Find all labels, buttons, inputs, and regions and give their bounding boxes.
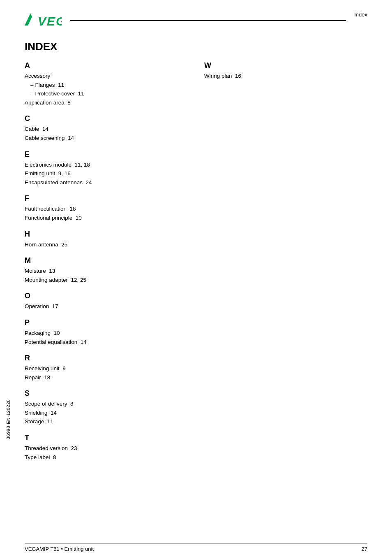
- section-c: C Cable 14 Cable screening 14: [25, 114, 188, 142]
- letter-e: E: [25, 150, 188, 159]
- header-divider-line: [70, 20, 346, 21]
- letter-h: H: [25, 230, 188, 239]
- entry-storage: Storage 11: [25, 417, 188, 426]
- section-w: W Wiring plan 16: [204, 61, 367, 81]
- entry-potential-equalisation: Potential equalisation 14: [25, 338, 188, 347]
- section-f: F Fault rectification 18 Functional prin…: [25, 194, 188, 222]
- letter-s: S: [25, 389, 188, 398]
- entry-cable-screening: Cable screening 14: [25, 134, 188, 143]
- section-a: A Accessory –Flanges 11 –Protective cove…: [25, 61, 188, 107]
- letter-w: W: [204, 61, 367, 70]
- section-t: T Threaded version 23 Type label 8: [25, 434, 188, 462]
- entry-emitting-unit: Emitting unit 9, 16: [25, 169, 188, 178]
- entry-accessory: Accessory: [25, 72, 188, 81]
- header-right: Index: [354, 10, 367, 18]
- entry-type-label: Type label 8: [25, 453, 188, 462]
- index-label: Index: [354, 12, 367, 18]
- vega-logo: VEGA: [25, 10, 62, 28]
- two-column-layout: A Accessory –Flanges 11 –Protective cove…: [25, 61, 367, 469]
- right-column: W Wiring plan 16: [204, 61, 367, 469]
- letter-f: F: [25, 194, 188, 203]
- svg-text:VEGA: VEGA: [38, 14, 62, 28]
- footer-page-number: 27: [362, 546, 367, 552]
- entry-operation: Operation 17: [25, 302, 188, 311]
- entry-functional-principle: Functional principle 10: [25, 214, 188, 223]
- logo-area: VEGA: [25, 10, 62, 28]
- entry-moisture: Moisture 13: [25, 267, 188, 276]
- entry-application-area: Application area 8: [25, 98, 188, 107]
- entry-shielding: Shielding 14: [25, 408, 188, 418]
- entry-mounting-adapter: Mounting adapter 12, 25: [25, 276, 188, 285]
- entry-wiring-plan: Wiring plan 16: [204, 72, 367, 81]
- entry-fault-rectification: Fault rectification 18: [25, 204, 188, 214]
- header: VEGA Index: [0, 0, 392, 28]
- entry-receiving-unit: Receiving unit 9: [25, 364, 188, 373]
- sidebar-document-id: 36998-EN-120228: [6, 399, 11, 439]
- section-p: P Packaging 10 Potential equalisation 14: [25, 318, 188, 346]
- entry-flanges: –Flanges 11: [25, 81, 188, 90]
- footer-line: [25, 543, 367, 544]
- section-e: E Electronics module 11, 18 Emitting uni…: [25, 150, 188, 187]
- letter-a: A: [25, 61, 188, 70]
- page-wrapper: VEGA Index INDEX A Accessory –Flanges 11: [0, 0, 392, 557]
- letter-p: P: [25, 318, 188, 327]
- entry-cable: Cable 14: [25, 125, 188, 134]
- letter-o: O: [25, 292, 188, 300]
- section-s: S Scope of delivery 8 Shielding 14 Stora…: [25, 389, 188, 426]
- letter-r: R: [25, 354, 188, 362]
- entry-electronics-module: Electronics module 11, 18: [25, 160, 188, 169]
- footer-content: VEGAMIP T61 • Emitting unit 27: [25, 546, 367, 552]
- left-column: A Accessory –Flanges 11 –Protective cove…: [25, 61, 188, 469]
- entry-scope-of-delivery: Scope of delivery 8: [25, 399, 188, 408]
- footer: VEGAMIP T61 • Emitting unit 27: [0, 543, 392, 557]
- section-m: M Moisture 13 Mounting adapter 12, 25: [25, 256, 188, 284]
- letter-t: T: [25, 434, 188, 442]
- section-r: R Receiving unit 9 Repair 18: [25, 354, 188, 382]
- letter-c: C: [25, 114, 188, 123]
- entry-horn-antenna: Horn antenna 25: [25, 240, 188, 249]
- page-title: INDEX: [25, 40, 367, 53]
- entry-threaded-version: Threaded version 23: [25, 444, 188, 453]
- entry-protective-cover: –Protective cover 11: [25, 89, 188, 98]
- section-o: O Operation 17: [25, 292, 188, 311]
- letter-m: M: [25, 256, 188, 265]
- footer-product-name: VEGAMIP T61 • Emitting unit: [25, 546, 94, 552]
- main-content: INDEX A Accessory –Flanges 11 –Protectiv…: [0, 28, 392, 469]
- entry-packaging: Packaging 10: [25, 329, 188, 338]
- entry-encapsulated-antennas: Encapsulated antennas 24: [25, 178, 188, 187]
- section-h: H Horn antenna 25: [25, 230, 188, 249]
- entry-repair: Repair 18: [25, 373, 188, 382]
